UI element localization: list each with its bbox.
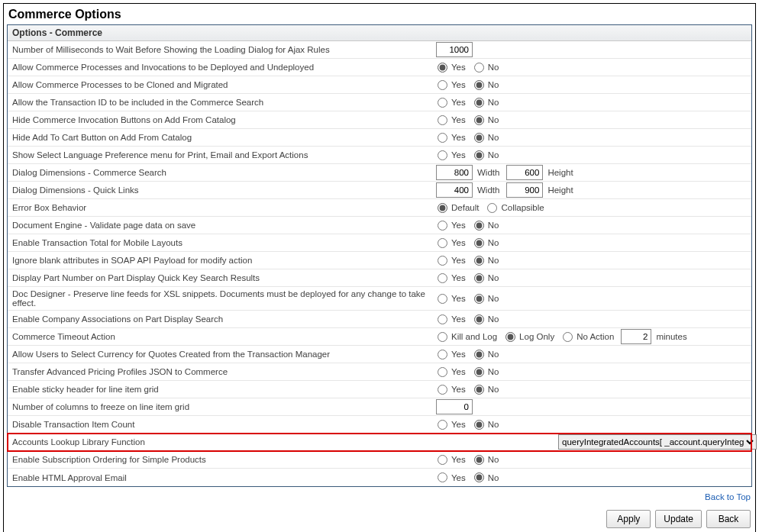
radio-no[interactable] bbox=[474, 420, 484, 430]
radio-no[interactable] bbox=[474, 238, 484, 248]
width-unit: Width bbox=[477, 185, 499, 195]
row-label: Dialog Dimensions - Commerce Search bbox=[12, 166, 436, 179]
row-select-currency-quotes: Allow Users to Select Currency for Quote… bbox=[8, 346, 751, 363]
panel-header: Options - Commerce bbox=[8, 25, 751, 41]
row-label: Transfer Advanced Pricing Profiles JSON … bbox=[12, 366, 436, 378]
back-to-top-link[interactable]: Back to Top bbox=[705, 492, 751, 501]
radio-yes[interactable] bbox=[438, 367, 447, 377]
timeout-minutes-input[interactable] bbox=[621, 329, 651, 344]
radio-no[interactable] bbox=[474, 98, 484, 108]
width-input[interactable] bbox=[436, 182, 473, 198]
accounts-lookup-select[interactable]: queryIntegratedAccounts[ _account.queryI… bbox=[558, 434, 757, 450]
radio-no-label: No bbox=[488, 420, 499, 429]
row-label: Enable sticky header for line item grid bbox=[12, 383, 436, 395]
radio-yes[interactable] bbox=[438, 294, 447, 304]
radio-no[interactable] bbox=[474, 273, 484, 283]
radio-yes-label: Yes bbox=[451, 314, 466, 324]
radio-yes[interactable] bbox=[438, 420, 447, 430]
row-label: Dialog Dimensions - Quick Links bbox=[12, 184, 436, 196]
radio-yes[interactable] bbox=[438, 80, 447, 90]
radio-no[interactable] bbox=[474, 294, 484, 304]
radio-no-label: No bbox=[488, 80, 499, 89]
radio-no-label: No bbox=[488, 133, 499, 142]
radio-yes[interactable] bbox=[438, 273, 447, 283]
row-label: Hide Add To Cart Button on Add From Cata… bbox=[12, 131, 436, 143]
row-label: Enable Transaction Total for Mobile Layo… bbox=[12, 237, 436, 249]
radio-no[interactable] bbox=[474, 256, 484, 266]
height-input[interactable] bbox=[506, 182, 543, 198]
radio-yes-label: Yes bbox=[451, 294, 466, 303]
radio-no-label: No bbox=[488, 238, 499, 247]
radio-no[interactable] bbox=[474, 350, 484, 360]
row-label: Allow Commerce Processes and Invocations… bbox=[12, 61, 436, 73]
ajax-delay-input[interactable] bbox=[436, 42, 473, 57]
radio-kill-log[interactable] bbox=[438, 332, 447, 342]
back-button[interactable]: Back bbox=[706, 510, 751, 528]
radio-yes[interactable] bbox=[438, 115, 447, 125]
radio-yes[interactable] bbox=[438, 98, 447, 108]
radio-default-label: Default bbox=[451, 203, 479, 212]
radio-kill-log-label: Kill and Log bbox=[451, 332, 497, 341]
radio-no[interactable] bbox=[474, 472, 484, 482]
radio-yes[interactable] bbox=[438, 385, 447, 395]
apply-button[interactable]: Apply bbox=[606, 510, 651, 528]
row-label: Hide Commerce Invocation Buttons on Add … bbox=[12, 114, 436, 126]
radio-yes-label: Yes bbox=[451, 350, 466, 359]
radio-yes[interactable] bbox=[438, 314, 447, 324]
radio-no[interactable] bbox=[474, 455, 484, 465]
width-unit: Width bbox=[477, 168, 499, 177]
radio-yes-label: Yes bbox=[451, 256, 466, 265]
radio-yes[interactable] bbox=[438, 472, 447, 482]
radio-no[interactable] bbox=[474, 221, 484, 231]
radio-no[interactable] bbox=[474, 63, 484, 73]
radio-yes-label: Yes bbox=[451, 63, 466, 72]
radio-yes[interactable] bbox=[438, 63, 447, 73]
row-display-part-number: Display Part Number on Part Display Quic… bbox=[8, 269, 751, 287]
radio-no[interactable] bbox=[474, 314, 484, 324]
update-button[interactable]: Update bbox=[655, 510, 702, 528]
radio-yes[interactable] bbox=[438, 256, 447, 266]
radio-no[interactable] bbox=[474, 150, 484, 160]
radio-yes[interactable] bbox=[438, 455, 447, 465]
row-language-preference-menu: Show Select Language Preference menu for… bbox=[8, 147, 751, 164]
row-label: Enable Subscription Ordering for Simple … bbox=[12, 453, 436, 466]
radio-yes[interactable] bbox=[438, 133, 447, 143]
row-subscription-ordering: Enable Subscription Ordering for Simple … bbox=[8, 451, 751, 469]
row-sticky-header: Enable sticky header for line item grid … bbox=[8, 381, 751, 398]
radio-no-action-label: No Action bbox=[577, 332, 614, 341]
radio-no[interactable] bbox=[474, 367, 484, 377]
row-doc-designer-linefeeds: Doc Designer - Preserve line feeds for X… bbox=[8, 287, 751, 311]
row-label: Display Part Number on Part Display Quic… bbox=[12, 272, 436, 284]
radio-collapsible-label: Collapsible bbox=[501, 203, 544, 212]
radio-no-label: No bbox=[488, 294, 499, 303]
radio-no[interactable] bbox=[474, 385, 484, 395]
radio-no-action[interactable] bbox=[563, 332, 573, 342]
radio-no-label: No bbox=[488, 350, 499, 359]
height-input[interactable] bbox=[506, 165, 543, 180]
radio-yes[interactable] bbox=[438, 350, 447, 360]
width-input[interactable] bbox=[436, 165, 473, 180]
row-ajax-loading-delay: Number of Milliseconds to Wait Before Sh… bbox=[8, 41, 751, 59]
radio-yes[interactable] bbox=[438, 150, 447, 160]
row-html-approval-email: Enable HTML Approval Email Yes No bbox=[8, 469, 751, 486]
radio-default[interactable] bbox=[438, 203, 447, 213]
freeze-columns-input[interactable] bbox=[436, 399, 473, 414]
radio-collapsible[interactable] bbox=[487, 203, 497, 213]
radio-no[interactable] bbox=[474, 115, 484, 125]
radio-no-label: No bbox=[488, 63, 499, 72]
radio-yes[interactable] bbox=[438, 221, 447, 231]
radio-yes[interactable] bbox=[438, 238, 447, 248]
row-transaction-total-mobile: Enable Transaction Total for Mobile Layo… bbox=[8, 234, 751, 252]
row-label: Error Box Behavior bbox=[12, 202, 436, 214]
row-disable-item-count: Disable Transaction Item Count Yes No bbox=[8, 416, 751, 434]
button-bar: Apply Update Back bbox=[7, 510, 752, 528]
row-accounts-lookup-function: Accounts Lookup Library Function queryIn… bbox=[8, 434, 751, 451]
row-label: Allow Commerce Processes to be Cloned an… bbox=[12, 79, 436, 91]
radio-no[interactable] bbox=[474, 80, 484, 90]
radio-no[interactable] bbox=[474, 133, 484, 143]
radio-yes-label: Yes bbox=[451, 98, 466, 107]
minutes-unit: minutes bbox=[656, 332, 686, 341]
radio-no-label: No bbox=[488, 367, 499, 376]
radio-yes-label: Yes bbox=[451, 80, 466, 89]
radio-log-only[interactable] bbox=[505, 332, 515, 342]
